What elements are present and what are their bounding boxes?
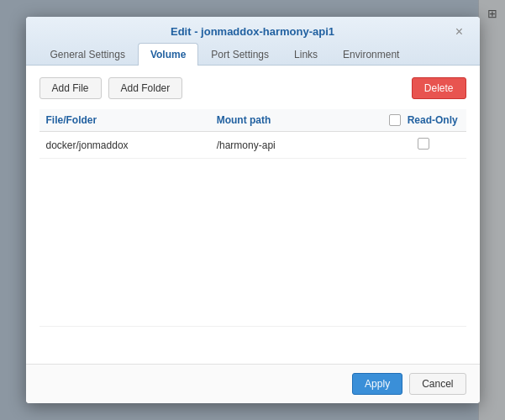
modal-body: Add File Add Folder Delete File/Folder M… [26,66,480,364]
col-header-readonly: Read-Only [381,109,466,132]
table-row: docker/jonmaddox /harmony-api [39,132,466,159]
tab-general-settings[interactable]: General Settings [38,43,138,66]
tab-bar: General Settings Volume Port Settings Li… [38,43,468,65]
action-left-buttons: Add File Add Folder [39,77,183,99]
modal-footer: Apply Cancel [26,364,480,403]
cell-mount: /harmony-api [210,132,381,159]
cancel-button[interactable]: Cancel [409,373,466,395]
cell-file: docker/jonmaddox [39,132,210,159]
col-header-mount: Mount path [210,109,381,132]
modal-header: Edit - jonmaddox-harmony-api1 × General … [26,17,480,66]
tab-volume[interactable]: Volume [138,43,198,66]
tab-port-settings[interactable]: Port Settings [198,43,281,66]
volume-table: File/Folder Mount path Read-Only [39,109,466,327]
action-row: Add File Add Folder Delete [39,77,466,99]
delete-button[interactable]: Delete [412,77,466,99]
add-file-button[interactable]: Add File [39,77,102,99]
add-folder-button[interactable]: Add Folder [108,77,183,99]
readonly-checkbox[interactable] [418,138,429,150]
readonly-header-checkbox[interactable] [389,114,401,126]
edit-modal: Edit - jonmaddox-harmony-api1 × General … [26,17,480,403]
table-empty-row [39,159,466,327]
cell-readonly [381,132,466,159]
col-header-file: File/Folder [39,109,210,132]
tab-links[interactable]: Links [281,43,330,66]
modal-title: Edit - jonmaddox-harmony-api1 [171,25,334,38]
tab-environment[interactable]: Environment [330,43,412,66]
apply-button[interactable]: Apply [352,373,402,395]
close-button[interactable]: × [451,24,468,40]
